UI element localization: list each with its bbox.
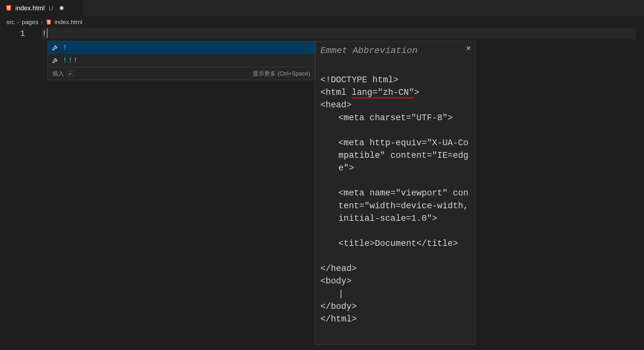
- breadcrumb[interactable]: src › pages › index.html: [0, 16, 644, 27]
- chevron-right-icon: ›: [41, 19, 43, 26]
- doc-code-preview: <!DOCTYPE html> <html lang="zh-CN"> <hea…: [320, 61, 470, 338]
- suggestion-doc-panel: ✕ Emmet Abbreviation <!DOCTYPE html> <ht…: [315, 41, 475, 345]
- doc-line: <head>: [320, 100, 352, 110]
- html-file-icon: [5, 4, 12, 12]
- tab-git-status: U: [48, 4, 53, 12]
- tab-bar: index.html U: [0, 0, 644, 16]
- breadcrumb-segment[interactable]: pages: [22, 19, 39, 26]
- suggestion-label: !: [63, 43, 68, 52]
- chevron-right-icon: ›: [17, 19, 19, 26]
- tab-filename: index.html: [15, 4, 45, 12]
- underlined-attr: lang="zh-CN": [352, 88, 414, 98]
- suggestion-statusbar: 插入 ↵ 显示更多 (Ctrl+Space): [48, 67, 315, 80]
- wrench-icon: [52, 44, 59, 51]
- doc-line: <!DOCTYPE html>: [320, 75, 398, 85]
- doc-line: <html lang="zh-CN">: [320, 88, 419, 98]
- doc-line: <body>: [320, 276, 352, 286]
- tab-dirty-indicator-icon: [60, 6, 64, 10]
- line-number-gutter: 1: [0, 27, 35, 40]
- close-icon[interactable]: ✕: [466, 44, 471, 52]
- doc-line: <meta name="viewport" content="width=dev…: [320, 187, 470, 225]
- code-text: !: [42, 29, 47, 39]
- suggestion-label: !!!: [63, 56, 78, 65]
- doc-line: </head>: [320, 264, 357, 274]
- html-file-icon: [46, 19, 52, 25]
- doc-line: <meta charset="UTF-8">: [320, 112, 470, 124]
- doc-line: <title>Document</title>: [320, 238, 470, 250]
- text-cursor-icon: [47, 28, 48, 38]
- suggestion-item[interactable]: !!!: [48, 54, 315, 67]
- suggestion-item[interactable]: !: [48, 41, 315, 54]
- insert-label: 插入: [52, 70, 64, 77]
- doc-title: Emmet Abbreviation: [320, 46, 470, 56]
- editor-tab[interactable]: index.html U: [0, 0, 83, 16]
- wrench-icon: [52, 57, 59, 64]
- doc-line: |: [320, 289, 344, 299]
- enter-key-icon: ↵: [67, 71, 74, 77]
- breadcrumb-segment[interactable]: src: [6, 19, 14, 26]
- suggestion-insert-hint[interactable]: 插入 ↵: [52, 70, 74, 77]
- suggestion-popup: ! !!! 插入 ↵ 显示更多 (Ctrl+Space): [48, 41, 315, 80]
- code-editor[interactable]: 1 ! ! !!! 插入 ↵ 显示更多 (Ctrl+Space) ✕ Emm: [0, 27, 644, 350]
- line-number: 1: [0, 28, 35, 40]
- code-line[interactable]: !: [42, 28, 636, 40]
- doc-line: </body>: [320, 302, 357, 311]
- doc-line: <meta http-equiv="X-UA-Compatible" conte…: [320, 137, 470, 175]
- doc-line: </html>: [320, 314, 357, 324]
- breadcrumb-file[interactable]: index.html: [55, 19, 83, 26]
- suggestion-more-hint[interactable]: 显示更多 (Ctrl+Space): [253, 70, 310, 77]
